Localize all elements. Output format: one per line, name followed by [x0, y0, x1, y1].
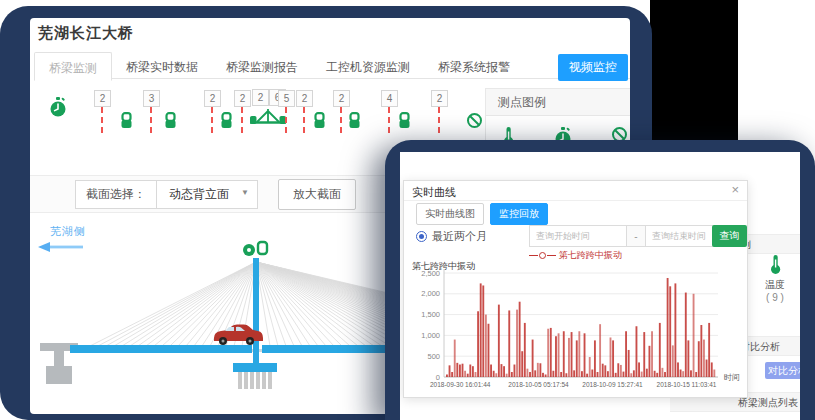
radio-label: 最近两个月 — [432, 229, 487, 244]
realtime-curve-modal: 实时曲线 × 实时曲线图监控回放 最近两个月 - 查询 — [403, 180, 748, 398]
link-icon[interactable] — [313, 112, 326, 133]
svg-text:1,000: 1,000 — [421, 331, 440, 340]
legend-panel-title: 测点图例 — [486, 89, 630, 116]
link-icon[interactable] — [398, 112, 411, 133]
main-tab[interactable]: 桥梁监测报告 — [212, 52, 312, 79]
section-select-group: 截面选择： 动态背立面 ▼ — [75, 180, 258, 209]
section-select-label: 截面选择： — [76, 181, 157, 208]
bridge-icon[interactable]: 26 — [248, 106, 288, 132]
link-icon[interactable] — [120, 112, 133, 133]
sensor-count-badge[interactable]: 5 — [278, 90, 295, 107]
monitor-page-with-modal: 测点图例 温度 ( 9 ) 对比分析 对比分析 桥梁测点列表 实时曲线 × 实时… — [400, 152, 800, 420]
clock-icon[interactable] — [48, 96, 68, 122]
sensor-count-badge[interactable]: 2 — [333, 90, 350, 107]
section-select-dropdown[interactable]: 动态背立面 ▼ — [157, 181, 257, 208]
svg-text:2,500: 2,500 — [421, 269, 440, 278]
compare-analysis-button[interactable]: 对比分析 — [765, 362, 800, 379]
thermometer-icon — [769, 266, 782, 277]
sensor-count-badge[interactable]: 2 — [204, 90, 221, 107]
link-icon[interactable] — [220, 112, 233, 133]
sensor-count-badge[interactable]: 2 — [296, 90, 313, 107]
legend-marker-icon — [529, 255, 538, 256]
vibration-chart: 第七跨跨中振动05001,0001,5002,0002,5002018-09-3… — [406, 259, 746, 397]
modal-tab[interactable]: 监控回放 — [490, 203, 548, 225]
temperature-count: ( 9 ) — [752, 291, 798, 304]
svg-text:2,000: 2,000 — [421, 289, 440, 298]
svg-text:2018-09-30 16:01:44: 2018-09-30 16:01:44 — [430, 381, 491, 388]
svg-text:500: 500 — [427, 352, 440, 361]
svg-text:1,500: 1,500 — [421, 310, 440, 319]
chart-bars — [446, 278, 715, 377]
recent-two-months-radio[interactable]: 最近两个月 — [416, 229, 487, 244]
front-window-frame: 测点图例 温度 ( 9 ) 对比分析 对比分析 桥梁测点列表 实时曲线 × 实时… — [385, 140, 815, 420]
sensor-count-badge[interactable]: 3 — [143, 90, 160, 107]
svg-text:2018-10-05 05:17:54: 2018-10-05 05:17:54 — [508, 381, 569, 388]
background-black-area — [650, 0, 738, 142]
sensor-count-badge[interactable]: 2 — [94, 90, 111, 107]
query-start-input[interactable] — [529, 225, 627, 247]
svg-text:2018-10-09 15:27:41: 2018-10-09 15:27:41 — [582, 381, 643, 388]
ban-icon[interactable] — [466, 112, 483, 133]
query-button[interactable]: 查询 — [712, 225, 747, 247]
temperature-label: 温度 — [752, 278, 798, 291]
modal-title: 实时曲线 — [412, 185, 456, 200]
link-icon[interactable] — [348, 112, 361, 133]
svg-text:2018-10-15 11:03:41: 2018-10-15 11:03:41 — [657, 381, 717, 388]
link-icon[interactable] — [164, 112, 177, 133]
sensor-count-badge[interactable]: 4 — [381, 90, 398, 107]
sensor-count-badge[interactable]: 2 — [234, 90, 251, 107]
main-tab[interactable]: 桥梁系统报警 — [424, 52, 524, 79]
modal-header: 实时曲线 × — [404, 181, 747, 201]
screenshot-canvas: 芜湖长江大桥 桥梁监测桥梁实时数据桥梁监测报告工控机资源监测桥梁系统报警 视频监… — [0, 0, 815, 420]
radio-dot-icon — [416, 231, 427, 242]
svg-text:时间: 时间 — [724, 373, 740, 382]
query-controls: 最近两个月 - 查询 — [404, 225, 747, 249]
close-icon[interactable]: × — [731, 182, 739, 197]
page-title: 芜湖长江大桥 — [38, 24, 134, 43]
section-select-value: 动态背立面 — [169, 187, 229, 201]
temperature-legend-item[interactable]: 温度 ( 9 ) — [752, 254, 798, 304]
chevron-down-icon: ▼ — [241, 188, 249, 197]
video-monitor-button[interactable]: 视频监控 — [558, 54, 628, 81]
range-separator: - — [627, 225, 645, 247]
modal-tab[interactable]: 实时曲线图 — [416, 203, 484, 225]
enlarge-section-button[interactable]: 放大截面 — [278, 179, 356, 210]
main-tab[interactable]: 工控机资源监测 — [312, 52, 424, 79]
main-tab-bar: 桥梁监测桥梁实时数据桥梁监测报告工控机资源监测桥梁系统报警 — [34, 52, 630, 79]
date-range-group: - — [529, 225, 743, 247]
main-tab[interactable]: 桥梁监测 — [34, 52, 112, 81]
modal-tab-bar: 实时曲线图监控回放 — [416, 203, 548, 225]
main-tab[interactable]: 桥梁实时数据 — [112, 52, 212, 79]
legend-marker-icon — [547, 255, 556, 256]
sensor-count-badge[interactable]: 2 — [431, 90, 448, 107]
